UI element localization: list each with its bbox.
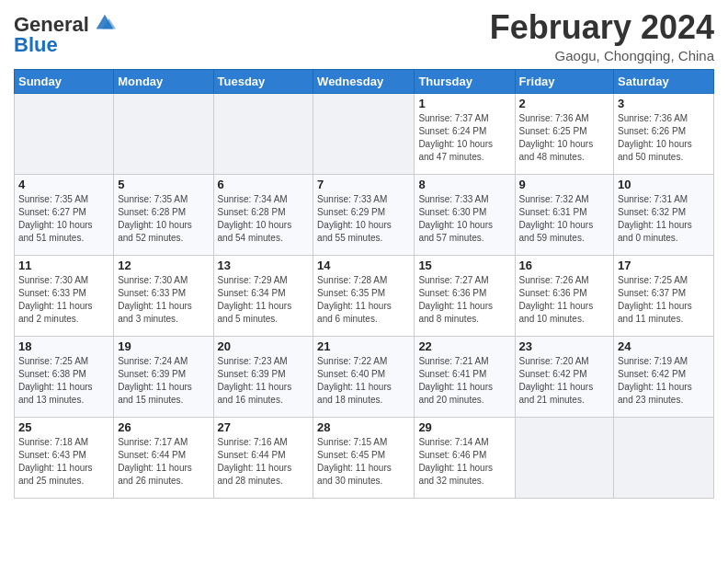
day-info: Sunrise: 7:26 AM Sunset: 6:36 PM Dayligh… (519, 274, 610, 326)
day-number: 26 (118, 420, 209, 434)
weekday-header-sunday: Sunday (15, 69, 114, 93)
day-number: 13 (218, 259, 310, 272)
day-number: 16 (519, 259, 610, 272)
week-row-3: 11Sunrise: 7:30 AM Sunset: 6:33 PM Dayli… (15, 255, 714, 336)
day-info: Sunrise: 7:22 AM Sunset: 6:40 PM Dayligh… (317, 355, 410, 407)
day-info: Sunrise: 7:36 AM Sunset: 6:25 PM Dayligh… (519, 112, 610, 164)
calendar-cell: 29Sunrise: 7:14 AM Sunset: 6:46 PM Dayli… (415, 417, 515, 498)
logo-icon (92, 10, 118, 36)
calendar-cell: 8Sunrise: 7:33 AM Sunset: 6:30 PM Daylig… (415, 174, 515, 255)
calendar-cell: 19Sunrise: 7:24 AM Sunset: 6:39 PM Dayli… (114, 336, 213, 417)
day-info: Sunrise: 7:27 AM Sunset: 6:36 PM Dayligh… (418, 274, 510, 326)
calendar-cell: 2Sunrise: 7:36 AM Sunset: 6:25 PM Daylig… (515, 93, 614, 174)
weekday-header-thursday: Thursday (415, 69, 515, 93)
calendar-cell: 6Sunrise: 7:34 AM Sunset: 6:28 PM Daylig… (213, 174, 313, 255)
calendar-cell: 25Sunrise: 7:18 AM Sunset: 6:43 PM Dayli… (15, 417, 114, 498)
header: General Blue February 2024 Gaogu, Chongq… (14, 9, 714, 63)
day-number: 20 (218, 339, 310, 353)
week-row-1: 1Sunrise: 7:37 AM Sunset: 6:24 PM Daylig… (15, 93, 714, 174)
calendar-cell (213, 93, 313, 174)
calendar-cell: 9Sunrise: 7:32 AM Sunset: 6:31 PM Daylig… (515, 174, 614, 255)
calendar-cell: 24Sunrise: 7:19 AM Sunset: 6:42 PM Dayli… (614, 336, 714, 417)
day-info: Sunrise: 7:23 AM Sunset: 6:39 PM Dayligh… (218, 355, 310, 407)
day-number: 11 (18, 259, 109, 272)
calendar-cell: 23Sunrise: 7:20 AM Sunset: 6:42 PM Dayli… (515, 336, 614, 417)
day-number: 23 (519, 339, 610, 353)
week-row-4: 18Sunrise: 7:25 AM Sunset: 6:38 PM Dayli… (15, 336, 714, 417)
day-number: 18 (18, 339, 109, 353)
day-number: 22 (418, 339, 510, 353)
calendar-cell: 4Sunrise: 7:35 AM Sunset: 6:27 PM Daylig… (15, 174, 114, 255)
day-number: 19 (118, 339, 209, 353)
weekday-header-tuesday: Tuesday (213, 69, 313, 93)
logo-text-block: General Blue (14, 13, 118, 57)
title-block: February 2024 Gaogu, Chongqing, China (490, 9, 714, 63)
day-number: 7 (317, 178, 410, 191)
calendar-cell (313, 93, 415, 174)
calendar-cell: 27Sunrise: 7:16 AM Sunset: 6:44 PM Dayli… (213, 417, 313, 498)
day-info: Sunrise: 7:15 AM Sunset: 6:45 PM Dayligh… (317, 436, 410, 488)
day-number: 17 (618, 259, 710, 272)
calendar-cell: 3Sunrise: 7:36 AM Sunset: 6:26 PM Daylig… (614, 93, 714, 174)
day-info: Sunrise: 7:35 AM Sunset: 6:28 PM Dayligh… (118, 193, 209, 245)
calendar-cell: 12Sunrise: 7:30 AM Sunset: 6:33 PM Dayli… (114, 255, 213, 336)
day-info: Sunrise: 7:14 AM Sunset: 6:46 PM Dayligh… (418, 436, 510, 488)
day-number: 6 (218, 178, 310, 191)
calendar-cell: 20Sunrise: 7:23 AM Sunset: 6:39 PM Dayli… (213, 336, 313, 417)
calendar-cell: 26Sunrise: 7:17 AM Sunset: 6:44 PM Dayli… (114, 417, 213, 498)
day-number: 12 (118, 259, 209, 272)
day-number: 8 (418, 178, 510, 191)
calendar-cell: 1Sunrise: 7:37 AM Sunset: 6:24 PM Daylig… (415, 93, 515, 174)
day-number: 1 (418, 97, 510, 110)
calendar-page: General Blue February 2024 Gaogu, Chongq… (0, 0, 728, 563)
day-info: Sunrise: 7:35 AM Sunset: 6:27 PM Dayligh… (18, 193, 109, 245)
day-info: Sunrise: 7:25 AM Sunset: 6:38 PM Dayligh… (18, 355, 109, 407)
calendar-cell (614, 417, 714, 498)
day-number: 2 (519, 97, 610, 110)
day-info: Sunrise: 7:34 AM Sunset: 6:28 PM Dayligh… (218, 193, 310, 245)
day-number: 10 (618, 178, 710, 191)
day-number: 27 (218, 420, 310, 434)
day-number: 15 (418, 259, 510, 272)
calendar-table: SundayMondayTuesdayWednesdayThursdayFrid… (14, 69, 714, 499)
month-year-title: February 2024 (490, 9, 714, 46)
calendar-cell: 11Sunrise: 7:30 AM Sunset: 6:33 PM Dayli… (15, 255, 114, 336)
day-info: Sunrise: 7:20 AM Sunset: 6:42 PM Dayligh… (519, 355, 610, 407)
calendar-cell: 17Sunrise: 7:25 AM Sunset: 6:37 PM Dayli… (614, 255, 714, 336)
day-number: 28 (317, 420, 410, 434)
day-info: Sunrise: 7:18 AM Sunset: 6:43 PM Dayligh… (18, 436, 109, 488)
day-info: Sunrise: 7:32 AM Sunset: 6:31 PM Dayligh… (519, 193, 610, 245)
calendar-cell: 22Sunrise: 7:21 AM Sunset: 6:41 PM Dayli… (415, 336, 515, 417)
calendar-cell: 14Sunrise: 7:28 AM Sunset: 6:35 PM Dayli… (313, 255, 415, 336)
weekday-header-wednesday: Wednesday (313, 69, 415, 93)
day-info: Sunrise: 7:28 AM Sunset: 6:35 PM Dayligh… (317, 274, 410, 326)
calendar-cell (15, 93, 114, 174)
calendar-cell: 15Sunrise: 7:27 AM Sunset: 6:36 PM Dayli… (415, 255, 515, 336)
day-info: Sunrise: 7:30 AM Sunset: 6:33 PM Dayligh… (18, 274, 109, 326)
day-info: Sunrise: 7:25 AM Sunset: 6:37 PM Dayligh… (618, 274, 710, 326)
weekday-header-monday: Monday (114, 69, 213, 93)
day-number: 14 (317, 259, 410, 272)
calendar-cell: 5Sunrise: 7:35 AM Sunset: 6:28 PM Daylig… (114, 174, 213, 255)
day-info: Sunrise: 7:33 AM Sunset: 6:29 PM Dayligh… (317, 193, 410, 245)
week-row-5: 25Sunrise: 7:18 AM Sunset: 6:43 PM Dayli… (15, 417, 714, 498)
calendar-cell: 28Sunrise: 7:15 AM Sunset: 6:45 PM Dayli… (313, 417, 415, 498)
calendar-cell: 7Sunrise: 7:33 AM Sunset: 6:29 PM Daylig… (313, 174, 415, 255)
week-row-2: 4Sunrise: 7:35 AM Sunset: 6:27 PM Daylig… (15, 174, 714, 255)
day-number: 9 (519, 178, 610, 191)
day-info: Sunrise: 7:33 AM Sunset: 6:30 PM Dayligh… (418, 193, 510, 245)
day-info: Sunrise: 7:30 AM Sunset: 6:33 PM Dayligh… (118, 274, 209, 326)
day-info: Sunrise: 7:17 AM Sunset: 6:44 PM Dayligh… (118, 436, 209, 488)
calendar-cell: 18Sunrise: 7:25 AM Sunset: 6:38 PM Dayli… (15, 336, 114, 417)
calendar-cell: 13Sunrise: 7:29 AM Sunset: 6:34 PM Dayli… (213, 255, 313, 336)
calendar-cell: 10Sunrise: 7:31 AM Sunset: 6:32 PM Dayli… (614, 174, 714, 255)
weekday-header-saturday: Saturday (614, 69, 714, 93)
day-number: 25 (18, 420, 109, 434)
calendar-cell: 21Sunrise: 7:22 AM Sunset: 6:40 PM Dayli… (313, 336, 415, 417)
day-number: 24 (618, 339, 710, 353)
day-number: 4 (18, 178, 109, 191)
day-info: Sunrise: 7:29 AM Sunset: 6:34 PM Dayligh… (218, 274, 310, 326)
weekday-header-friday: Friday (515, 69, 614, 93)
day-info: Sunrise: 7:16 AM Sunset: 6:44 PM Dayligh… (218, 436, 310, 488)
day-info: Sunrise: 7:37 AM Sunset: 6:24 PM Dayligh… (418, 112, 510, 164)
